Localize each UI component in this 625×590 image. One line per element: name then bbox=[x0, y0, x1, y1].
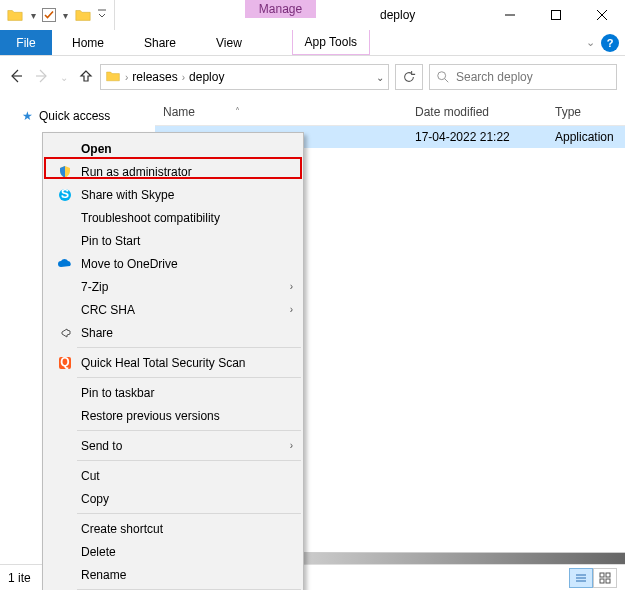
file-tab[interactable]: File bbox=[0, 30, 52, 55]
breadcrumb[interactable]: deploy bbox=[189, 70, 224, 84]
properties-checkbox[interactable] bbox=[40, 6, 58, 24]
large-icons-view-button[interactable] bbox=[593, 568, 617, 588]
up-button[interactable] bbox=[78, 68, 94, 87]
separator bbox=[77, 513, 301, 514]
window-title: deploy bbox=[372, 0, 487, 30]
forward-button[interactable] bbox=[34, 68, 50, 87]
status-text: 1 ite bbox=[8, 571, 31, 585]
skype-icon: S bbox=[53, 188, 77, 202]
ctx-crc-sha[interactable]: CRC SHA› bbox=[43, 298, 303, 321]
ctx-run-as-admin[interactable]: Run as administrator bbox=[43, 160, 303, 183]
ctx-delete[interactable]: Delete bbox=[43, 540, 303, 563]
column-header-name[interactable]: Name bbox=[163, 105, 195, 119]
svg-point-8 bbox=[438, 72, 446, 80]
help-button[interactable]: ? bbox=[601, 34, 619, 52]
qat-overflow-icon[interactable] bbox=[94, 9, 110, 21]
column-header-type[interactable]: Type bbox=[555, 105, 625, 119]
svg-rect-13 bbox=[600, 573, 604, 577]
context-menu: Open Run as administrator S Share with S… bbox=[42, 132, 304, 590]
address-bar[interactable]: › releases › deploy ⌄ bbox=[100, 64, 389, 90]
details-view-button[interactable] bbox=[569, 568, 593, 588]
file-type: Application bbox=[555, 130, 625, 144]
sidebar-item-label: Quick access bbox=[39, 109, 110, 123]
folder-icon bbox=[105, 68, 121, 87]
column-header-date[interactable]: Date modified bbox=[415, 105, 555, 119]
ctx-restore-previous[interactable]: Restore previous versions bbox=[43, 404, 303, 427]
chevron-down-icon[interactable]: ▾ bbox=[26, 10, 40, 21]
ctx-send-to[interactable]: Send to› bbox=[43, 434, 303, 457]
svg-line-9 bbox=[445, 79, 449, 83]
svg-text:S: S bbox=[61, 188, 69, 201]
ctx-copy[interactable]: Copy bbox=[43, 487, 303, 510]
history-dropdown-icon[interactable]: ⌄ bbox=[60, 72, 68, 83]
ctx-move-onedrive[interactable]: Move to OneDrive bbox=[43, 252, 303, 275]
chevron-right-icon[interactable]: › bbox=[182, 72, 185, 83]
ribbon: File Home Share View App Tools ⌄ ? bbox=[0, 30, 625, 56]
svg-rect-16 bbox=[606, 579, 610, 583]
chevron-right-icon: › bbox=[290, 281, 293, 292]
ctx-pin-start[interactable]: Pin to Start bbox=[43, 229, 303, 252]
address-dropdown-icon[interactable]: ⌄ bbox=[376, 72, 384, 83]
separator bbox=[77, 377, 301, 378]
share-icon bbox=[53, 326, 77, 340]
search-icon bbox=[436, 70, 450, 84]
quick-access-toolbar: ▾ ▾ bbox=[0, 0, 115, 30]
maximize-button[interactable] bbox=[533, 0, 579, 30]
separator bbox=[77, 347, 301, 348]
refresh-button[interactable] bbox=[395, 64, 423, 90]
title-bar: ▾ ▾ Manage deploy bbox=[0, 0, 625, 30]
svg-rect-15 bbox=[600, 579, 604, 583]
shield-icon bbox=[53, 165, 77, 179]
window-controls bbox=[487, 0, 625, 30]
navigation-bar: ⌄ › releases › deploy ⌄ Search deploy bbox=[0, 56, 625, 98]
ctx-cut[interactable]: Cut bbox=[43, 464, 303, 487]
chevron-right-icon: › bbox=[290, 304, 293, 315]
close-button[interactable] bbox=[579, 0, 625, 30]
manage-label: Manage bbox=[245, 0, 316, 18]
ctx-open[interactable]: Open bbox=[43, 137, 303, 160]
ctx-troubleshoot[interactable]: Troubleshoot compatibility bbox=[43, 206, 303, 229]
file-date: 17-04-2022 21:22 bbox=[415, 130, 555, 144]
ctx-pin-taskbar[interactable]: Pin to taskbar bbox=[43, 381, 303, 404]
contextual-tab-header: Manage bbox=[189, 0, 372, 30]
share-tab[interactable]: Share bbox=[124, 30, 196, 55]
search-placeholder: Search deploy bbox=[456, 70, 533, 84]
star-icon: ★ bbox=[22, 109, 33, 123]
ctx-quick-heal[interactable]: Q Quick Heal Total Security Scan bbox=[43, 351, 303, 374]
sidebar-item-quick-access[interactable]: ★ Quick access bbox=[0, 106, 155, 126]
folder-icon bbox=[6, 6, 24, 24]
app-tools-tab[interactable]: App Tools bbox=[292, 30, 370, 55]
expand-ribbon-icon[interactable]: ⌄ bbox=[586, 36, 595, 49]
home-tab[interactable]: Home bbox=[52, 30, 124, 55]
folder-icon bbox=[74, 6, 92, 24]
sort-indicator-icon: ˄ bbox=[235, 106, 240, 117]
ctx-7zip[interactable]: 7-Zip› bbox=[43, 275, 303, 298]
cloud-icon bbox=[53, 258, 77, 270]
view-tab[interactable]: View bbox=[196, 30, 262, 55]
breadcrumb[interactable]: releases bbox=[132, 70, 177, 84]
minimize-button[interactable] bbox=[487, 0, 533, 30]
separator bbox=[77, 430, 301, 431]
svg-rect-14 bbox=[606, 573, 610, 577]
ctx-share[interactable]: Share bbox=[43, 321, 303, 344]
back-button[interactable] bbox=[8, 68, 24, 87]
ctx-create-shortcut[interactable]: Create shortcut bbox=[43, 517, 303, 540]
chevron-down-icon[interactable]: ▾ bbox=[58, 10, 72, 21]
svg-text:Q: Q bbox=[60, 356, 69, 369]
ctx-share-skype[interactable]: S Share with Skype bbox=[43, 183, 303, 206]
chevron-right-icon[interactable]: › bbox=[125, 72, 128, 83]
quickheal-icon: Q bbox=[53, 356, 77, 370]
ctx-rename[interactable]: Rename bbox=[43, 563, 303, 586]
chevron-right-icon: › bbox=[290, 440, 293, 451]
separator bbox=[77, 460, 301, 461]
search-input[interactable]: Search deploy bbox=[429, 64, 617, 90]
svg-rect-3 bbox=[552, 11, 561, 20]
column-headers[interactable]: Name˄ Date modified Type bbox=[155, 98, 625, 126]
